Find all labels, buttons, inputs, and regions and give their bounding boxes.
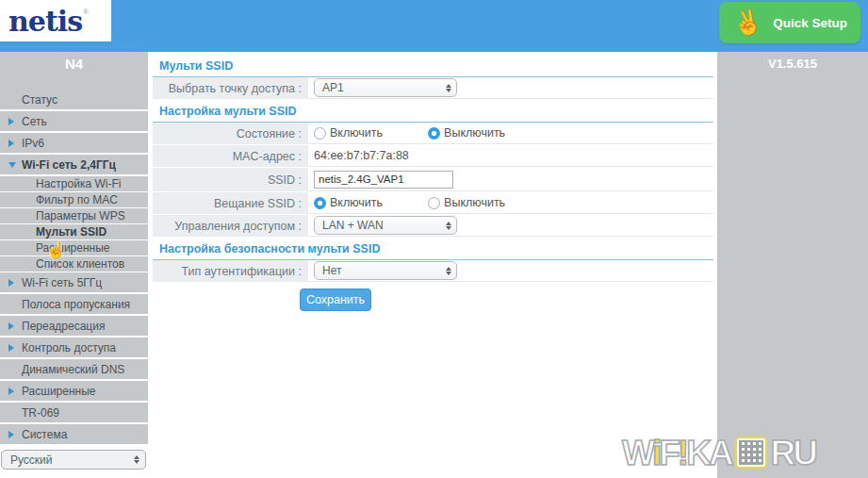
sidebar-nav: N4 Статус Сеть IPv6 Wi-Fi сеть 2,4ГГц На… xyxy=(0,52,148,478)
chevron-right-icon xyxy=(8,431,14,438)
section-title-multi-ssid: Мульти SSID xyxy=(153,55,713,77)
language-value: Русский xyxy=(10,453,53,467)
form-row-auth-type: Тип аутентификации : Нет xyxy=(153,260,713,282)
state-radio-enable[interactable] xyxy=(314,127,326,140)
sidebar-item-multi-ssid[interactable]: Мульти SSID xyxy=(0,224,148,239)
select-spinner-icon xyxy=(446,84,451,92)
chevron-right-icon xyxy=(8,279,14,287)
mouse-cursor-icon: ☝ xyxy=(46,240,66,260)
sidebar-item-wifi-settings[interactable]: Настройка Wi-Fi xyxy=(0,176,148,191)
form-row-select-ap: Выбрать точку доступа : AP1 xyxy=(153,77,713,99)
mac-address-value: 64:ee:b7:b7:7a:88 xyxy=(314,149,409,162)
field-label: Выбрать точку доступа : xyxy=(153,77,308,99)
broadcast-radio-enable[interactable] xyxy=(314,197,326,209)
ap-select-value: AP1 xyxy=(322,81,344,94)
brand-logo: netis ® xyxy=(0,0,111,41)
sidebar-item-status[interactable]: Статус xyxy=(0,90,148,109)
ap-select[interactable]: AP1 xyxy=(314,78,457,97)
field-label: MAC-адрес : xyxy=(153,145,308,167)
access-mode-value: LAN + WAN xyxy=(322,219,384,232)
save-button[interactable]: Сохранить xyxy=(300,288,371,311)
qr-code-icon xyxy=(735,437,767,469)
sidebar-item-wifi-5ghz[interactable]: Wi-Fi сеть 5ГГц xyxy=(0,272,148,292)
sidebar-item-system[interactable]: Система xyxy=(0,424,148,444)
auth-type-value: Нет xyxy=(322,264,341,277)
chevron-right-icon xyxy=(8,387,14,395)
sidebar-item-dynamic-dns[interactable]: Динамический DNS xyxy=(0,359,148,379)
form-row-state: Состояние : Включить Выключить xyxy=(153,123,713,144)
sidebar-item-advanced[interactable]: Расширенные xyxy=(0,381,148,401)
section-title-multi-ssid-settings: Настройка мульти SSID xyxy=(153,100,713,123)
sidebar-item-advanced-wireless[interactable]: Расширенные xyxy=(0,240,148,255)
auth-type-select[interactable]: Нет xyxy=(314,261,457,280)
sidebar-item-wps[interactable]: Параметры WPS xyxy=(0,208,148,223)
section-title-security: Настройка безопасности мульти SSID xyxy=(153,238,713,260)
main-form: Мульти SSID Выбрать точку доступа : AP1 … xyxy=(153,52,713,311)
form-row-access-mode: Управления доступом : LAN + WAN xyxy=(153,215,713,237)
form-row-ssid: SSID : xyxy=(153,168,713,191)
chevron-right-icon xyxy=(8,322,14,330)
chevron-right-icon xyxy=(8,344,14,352)
registered-mark: ® xyxy=(83,8,89,16)
chevron-right-icon xyxy=(8,118,14,125)
router-admin-page: netis ® ✌ Quick Setup N4 Статус Сеть IPv… xyxy=(0,0,868,478)
access-mode-select[interactable]: LAN + WAN xyxy=(314,216,457,235)
sidebar-item-tr069[interactable]: TR-069 xyxy=(0,403,148,422)
sidebar-item-mac-filter[interactable]: Фильтр по MAC xyxy=(0,192,148,207)
field-label: Состояние : xyxy=(153,123,308,144)
netis-logo: netis xyxy=(8,5,82,38)
wifika-watermark: W i F ! KA RU xyxy=(622,430,815,475)
field-label: Управления доступом : xyxy=(153,215,308,237)
save-row: Сохранить xyxy=(153,288,713,311)
sidebar-item-network[interactable]: Сеть xyxy=(0,111,148,131)
device-model: N4 xyxy=(0,52,148,90)
sidebar-item-access-control[interactable]: Контроль доступа xyxy=(0,338,148,357)
state-radio-disable[interactable] xyxy=(428,127,440,140)
sidebar-item-wifi-24ghz[interactable]: Wi-Fi сеть 2,4ГГц xyxy=(0,155,148,174)
ssid-input[interactable] xyxy=(314,171,453,189)
chevron-down-icon xyxy=(8,162,16,168)
right-info-panel: V1.5.615 xyxy=(717,52,868,478)
quick-setup-button[interactable]: ✌ Quick Setup xyxy=(719,2,860,43)
select-spinner-icon xyxy=(134,455,139,464)
sidebar-item-client-list[interactable]: Список клиентов xyxy=(0,256,148,272)
firmware-version: V1.5.615 xyxy=(717,52,868,71)
quick-setup-label: Quick Setup xyxy=(773,16,847,30)
hand-gesture-icon: ✌ xyxy=(729,7,765,39)
sidebar-item-port-forwarding[interactable]: Переадресация xyxy=(0,316,148,336)
field-label: Тип аутентификации : xyxy=(153,260,308,282)
language-select[interactable]: Русский xyxy=(1,450,146,470)
sidebar-item-bandwidth[interactable]: Полоса пропускания xyxy=(0,294,148,314)
form-row-broadcast: Вещание SSID : Включить Выключить xyxy=(153,192,713,214)
sidebar-item-ipv6[interactable]: IPv6 xyxy=(0,133,148,153)
form-row-mac: MAC-адрес : 64:ee:b7:b7:7a:88 xyxy=(153,145,713,167)
field-label: SSID : xyxy=(153,168,308,191)
field-label: Вещание SSID : xyxy=(153,192,308,214)
broadcast-radio-disable[interactable] xyxy=(428,197,440,209)
select-spinner-icon xyxy=(446,222,451,230)
chevron-right-icon xyxy=(8,140,14,147)
top-header-bar: netis ® ✌ Quick Setup xyxy=(0,0,868,52)
select-spinner-icon xyxy=(446,267,451,275)
